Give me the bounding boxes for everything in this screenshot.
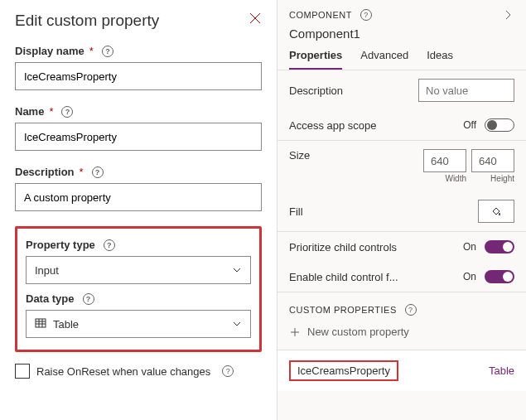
prioritize-toggle[interactable]: [485, 240, 514, 253]
svg-rect-0: [36, 319, 46, 327]
display-name-label: Display name* ?: [15, 45, 262, 57]
close-icon[interactable]: [249, 12, 262, 25]
access-scope-label: Access app scope: [289, 119, 377, 132]
new-custom-property-button[interactable]: New custom property: [277, 316, 526, 350]
help-icon[interactable]: ?: [222, 365, 234, 377]
tab-properties[interactable]: Properties: [289, 49, 342, 70]
height-input[interactable]: [471, 149, 514, 172]
chevron-down-icon: [232, 265, 242, 275]
width-label: Width: [445, 174, 466, 183]
help-icon[interactable]: ?: [61, 106, 73, 118]
paint-bucket-icon: [490, 205, 502, 217]
display-name-input[interactable]: [15, 62, 262, 90]
custom-property-name: IceCreamsProperty: [289, 360, 398, 381]
enable-child-toggle[interactable]: [485, 270, 514, 283]
access-scope-toggle[interactable]: [485, 118, 514, 132]
help-icon[interactable]: ?: [360, 9, 372, 21]
custom-property-type: Table: [489, 364, 514, 377]
table-icon: [35, 317, 46, 331]
help-icon[interactable]: ?: [405, 304, 417, 316]
help-icon[interactable]: ?: [92, 167, 104, 178]
name-label: Name* ?: [15, 105, 262, 118]
description-input[interactable]: [15, 183, 262, 211]
data-type-select[interactable]: Table: [26, 310, 251, 338]
chevron-down-icon: [232, 319, 242, 329]
fill-color-picker[interactable]: [478, 200, 514, 223]
plus-icon: [289, 326, 301, 338]
help-icon[interactable]: ?: [104, 239, 115, 251]
tab-advanced[interactable]: Advanced: [360, 49, 408, 70]
custom-property-row[interactable]: IceCreamsProperty Table: [277, 350, 526, 391]
height-label: Height: [490, 174, 514, 183]
access-scope-value: Off: [463, 119, 476, 131]
panel-title: Edit custom property: [15, 12, 262, 30]
custom-properties-header: CUSTOM PROPERTIES ?: [277, 292, 526, 316]
enable-child-label: Enable child control f...: [289, 271, 398, 283]
component-name: Component1: [289, 27, 514, 41]
prop-description-input[interactable]: [418, 79, 514, 102]
raise-onreset-label: Raise OnReset when value changes: [36, 365, 210, 378]
component-header-label: COMPONENT ?: [289, 9, 372, 21]
enable-child-value: On: [463, 271, 476, 282]
property-type-select[interactable]: Input: [26, 256, 251, 284]
help-icon[interactable]: ?: [83, 293, 94, 305]
prioritize-value: On: [463, 241, 476, 253]
data-type-label: Data type ?: [26, 292, 251, 305]
raise-onreset-checkbox[interactable]: [15, 364, 30, 379]
prop-description-label: Description: [289, 84, 343, 97]
prioritize-label: Prioritize child controls: [289, 241, 397, 253]
help-icon[interactable]: ?: [102, 46, 113, 57]
tab-ideas[interactable]: Ideas: [427, 49, 453, 70]
chevron-right-icon[interactable]: [501, 8, 514, 22]
property-type-label: Property type ?: [26, 239, 251, 251]
highlighted-section: Property type ? Input Data type ? Table: [15, 226, 262, 352]
name-input[interactable]: [15, 123, 262, 151]
width-input[interactable]: [423, 149, 466, 172]
description-label: Description* ?: [15, 166, 262, 178]
fill-label: Fill: [289, 205, 303, 218]
size-label: Size: [289, 149, 310, 162]
